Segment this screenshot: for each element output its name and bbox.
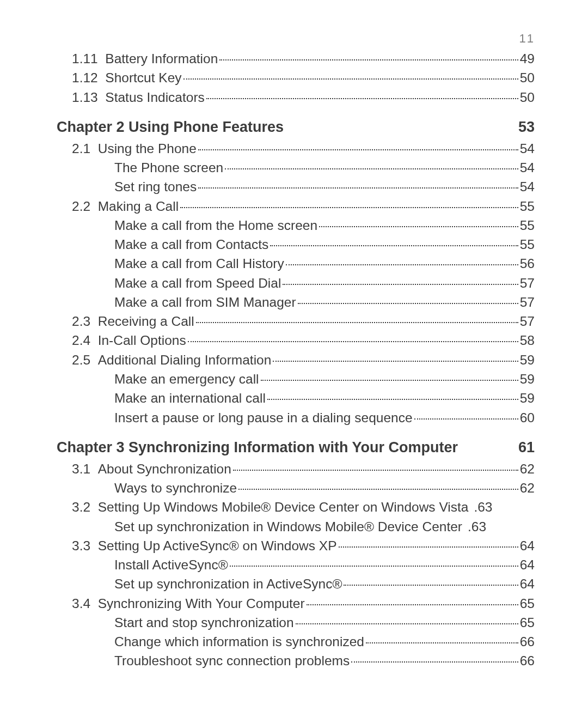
toc-entry-page: 64 [520, 574, 535, 593]
leader-dots [198, 187, 518, 189]
leader-dots [238, 489, 518, 490]
toc-subentry: Troubleshoot sync connection problems66 [114, 651, 535, 670]
leader-dots [283, 284, 518, 285]
toc-entry-title: Make a call from SIM Manager [114, 293, 296, 312]
toc-subentry: Make a call from the Home screen55 [114, 216, 535, 235]
toc-entry-number: 2.1 [72, 139, 98, 158]
toc-subentry: Ways to synchronize62 [114, 478, 535, 497]
toc-entry-title: Making a Call [98, 197, 179, 216]
toc-subentry: The Phone screen54 [114, 158, 535, 177]
chapter-page: 61 [518, 439, 535, 456]
toc-entry-title: Start and stop synchronization [114, 613, 294, 632]
toc-entry: 2.3 Receiving a Call57 [72, 312, 535, 331]
toc-entry-title: The Phone screen [114, 158, 223, 177]
toc-entry: 2.4 In-Call Options58 [72, 331, 535, 350]
toc-entry-page: 57 [520, 293, 535, 312]
toc-entry: 3.4 Synchronizing With Your Computer65 [72, 594, 535, 613]
toc-entry-page: 64 [520, 536, 535, 555]
toc-entry-page: 65 [520, 613, 535, 632]
toc-entry-title: Battery Information [105, 49, 218, 68]
leader-dots [414, 418, 518, 420]
leader-dots [339, 546, 518, 548]
leader-dots [286, 264, 518, 265]
page-number: 11 [519, 32, 535, 46]
toc-entry-title: About Synchronization [98, 459, 231, 478]
leader-dots [225, 168, 518, 169]
chapter-page: 53 [518, 119, 535, 136]
toc-entry-page: 58 [520, 331, 535, 350]
toc-entry-page: 62 [520, 459, 535, 478]
toc-entry-title: Install ActiveSync® [114, 555, 228, 574]
leader-dots [206, 98, 518, 99]
toc-entry-title: Make an emergency call [114, 369, 259, 388]
toc-entry-title: Make an international call [114, 388, 266, 408]
chapter-title: Chapter 2 Using Phone Features [57, 119, 518, 136]
chapter-heading: Chapter 2 Using Phone Features53 [57, 119, 535, 136]
toc-entry-number: 2.2 [72, 197, 98, 216]
toc-entry-page: 55 [520, 197, 535, 216]
toc-entry-title: Using the Phone [98, 139, 197, 158]
toc-entry-title: Status Indicators [105, 88, 204, 107]
toc-entry-page: 57 [520, 312, 535, 331]
toc-entry-title: Ways to synchronize [114, 478, 237, 497]
toc-subentry: Start and stop synchronization65 [114, 613, 535, 632]
toc-entry-title: Receiving a Call [98, 312, 194, 331]
leader-dots [267, 399, 518, 400]
toc-entry: 2.5 Additional Dialing Information59 [72, 350, 535, 369]
toc-entry-page: 54 [520, 158, 535, 177]
leader-dots [351, 661, 518, 663]
toc-entry-page: 59 [520, 369, 535, 388]
leader-dots [296, 623, 518, 624]
toc-entry: 3.1 About Synchronization62 [72, 459, 535, 478]
toc-subentry: Set ring tones54 [114, 177, 535, 196]
toc-entry-page: 54 [520, 177, 535, 196]
toc-entry-page: 60 [520, 408, 535, 427]
toc-entry-title: Make a call from Contacts [114, 235, 268, 254]
leader-dots [180, 207, 518, 208]
toc-subentry: Make an emergency call59 [114, 369, 535, 388]
leader-dots [183, 78, 518, 80]
toc-entry-page: 59 [520, 388, 535, 408]
toc-subentry: Change which information is synchronized… [114, 632, 535, 651]
toc-entry-title: Troubleshoot sync connection problems [114, 651, 350, 670]
leader-dots [319, 226, 518, 227]
leader-dots [270, 245, 518, 246]
toc-entry-page: 66 [520, 651, 535, 670]
toc-entry: 1.13 Status Indicators50 [72, 88, 535, 107]
toc-subentry: Set up synchronization in Windows Mobile… [114, 517, 535, 536]
toc-entry-page: .63 [468, 517, 486, 536]
toc-entry-number: 1.13 [72, 88, 105, 107]
toc-entry-page: 65 [520, 594, 535, 613]
toc-entry-page: 49 [520, 49, 535, 68]
toc-subentry: Install ActiveSync®64 [114, 555, 535, 574]
toc-entry-title: Make a call from the Home screen [114, 216, 317, 235]
leader-dots [219, 59, 518, 60]
toc-entry-title: Setting Up ActiveSync® on Windows XP [98, 536, 337, 555]
toc-entry-page: 59 [520, 350, 535, 369]
toc-entry-page: 62 [520, 478, 535, 497]
toc-entry-number: 3.2 [72, 497, 98, 517]
chapter-heading: Chapter 3 Synchronizing Information with… [57, 439, 535, 456]
toc-entry-title: Set up synchronization in Windows Mobile… [114, 517, 462, 536]
toc-entry: 3.2 Setting Up Windows Mobile® Device Ce… [72, 497, 535, 517]
toc-entry: 2.1 Using the Phone54 [72, 139, 535, 158]
leader-dots [366, 642, 518, 643]
toc-entry: 1.12 Shortcut Key50 [72, 68, 535, 87]
toc-entry-title: Make a call from Call History [114, 254, 284, 273]
toc-entry-number: 1.11 [72, 49, 105, 68]
toc-entry-title: Additional Dialing Information [98, 350, 272, 369]
toc-entry-title: Setting Up Windows Mobile® Device Center… [98, 497, 469, 517]
leader-dots [307, 604, 518, 605]
table-of-contents: 1.11 Battery Information491.12 Shortcut … [57, 49, 535, 671]
toc-entry-title: Set ring tones [114, 177, 197, 196]
leader-dots [188, 341, 518, 342]
toc-entry-page: 50 [520, 88, 535, 107]
toc-entry-title: Change which information is synchronized [114, 632, 364, 651]
leader-dots [273, 361, 518, 362]
toc-entry-page: 66 [520, 632, 535, 651]
toc-entry-number: 3.3 [72, 536, 98, 555]
toc-subentry: Make a call from Call History56 [114, 254, 535, 273]
toc-entry-title: Shortcut Key [105, 68, 181, 87]
toc-subentry: Make an international call59 [114, 388, 535, 408]
leader-dots [298, 303, 518, 304]
